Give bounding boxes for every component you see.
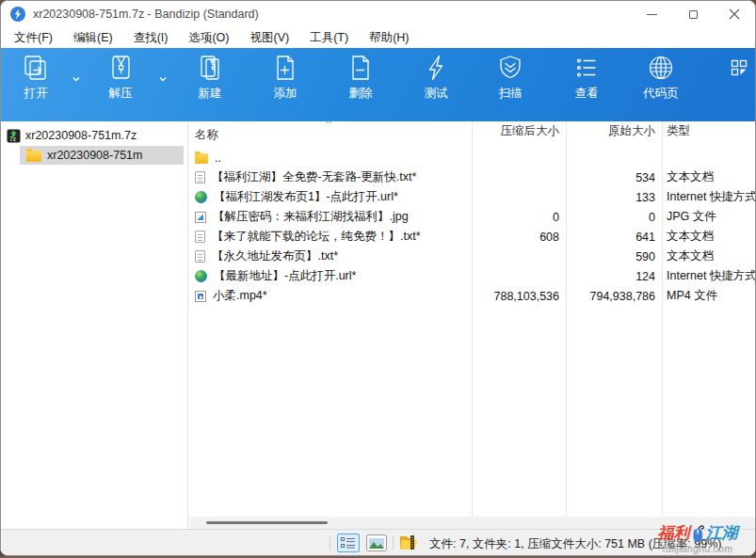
file-name: 【福利江湖】全免费-无套路-更新快.txt*: [212, 169, 416, 185]
file-name: ..: [215, 151, 221, 165]
open-button[interactable]: 打开: [8, 54, 64, 102]
window-title: xr20230908-751m.7z - Bandizip (Standard): [33, 8, 259, 21]
bandizip-window: xr20230908-751m.7z - Bandizip (Standard)…: [0, 0, 756, 556]
tree-item-label: xr20230908-751m.7z: [25, 129, 137, 142]
menu-view[interactable]: 视图(V): [243, 28, 298, 48]
menu-file[interactable]: 文件(F): [7, 28, 60, 48]
compressed-size-cell: 608: [472, 231, 566, 244]
file-type-icon: [195, 171, 205, 183]
file-type-cell: JPG 文件: [662, 209, 755, 225]
title-bar: xr20230908-751m.7z - Bandizip (Standard): [1, 1, 755, 27]
menu-options[interactable]: 选项(O): [181, 28, 236, 48]
open-dropdown-chevron-icon[interactable]: [71, 74, 82, 84]
tree-item-folder-selected[interactable]: xr20230908-751m: [20, 146, 184, 165]
horizontal-scrollbar[interactable]: [189, 517, 755, 529]
status-bar: 文件: 7, 文件夹: 1, 压缩文件大小: 751 MB (压缩率: 99%): [1, 529, 755, 555]
maximize-icon: [689, 10, 698, 19]
menu-bar: 文件(F) 编辑(E) 查找(I) 选项(O) 视图(V) 工具(T) 帮助(H…: [1, 27, 755, 48]
file-name: 【福利江湖发布页1】-点此打开.url*: [214, 189, 398, 205]
open-archive-folder-button[interactable]: [398, 534, 419, 552]
menu-edit[interactable]: 编辑(E): [66, 28, 121, 48]
file-type-icon: [195, 291, 206, 302]
view-button[interactable]: 查看: [558, 54, 615, 102]
extract-icon: [106, 54, 135, 82]
thumbnail-view-button[interactable]: [366, 534, 387, 551]
extract-button[interactable]: 解压: [92, 54, 149, 102]
file-type-cell: Internet 快捷方式: [662, 268, 755, 284]
view-icon: [572, 54, 601, 82]
view-label: 查看: [558, 86, 615, 102]
codepage-icon: [647, 54, 675, 82]
codepage-button[interactable]: 代码页: [630, 54, 692, 102]
column-header-name[interactable]: 名称: [189, 123, 472, 146]
scrollbar-thumb[interactable]: [206, 521, 328, 524]
file-type-icon: [195, 270, 207, 282]
new-archive-label: 新建: [182, 86, 238, 102]
test-label: 测试: [408, 86, 464, 102]
file-type-cell: 文本文档: [662, 248, 755, 264]
file-row[interactable]: 小柔.mp4* 788,103,536 794,938,786 MP4 文件: [189, 286, 755, 306]
new-archive-button[interactable]: 新建: [182, 54, 238, 102]
delete-icon: [346, 54, 375, 82]
compressed-size-cell: 788,103,536: [472, 290, 566, 303]
close-icon: [729, 8, 740, 20]
file-row[interactable]: 【永久地址发布页】.txt* 590 文本文档: [189, 247, 755, 266]
test-icon: [422, 54, 450, 82]
file-row[interactable]: 【解压密码：来福利江湖找福利】.jpg 0 0 JPG 文件: [189, 207, 755, 227]
scan-icon: [496, 54, 524, 82]
close-button[interactable]: [714, 1, 755, 27]
column-header-compressed-size[interactable]: 压缩后大小: [472, 123, 566, 146]
scan-label: 扫描: [482, 86, 539, 102]
file-name: 小柔.mp4*: [213, 288, 267, 304]
maximize-button[interactable]: [672, 1, 714, 27]
codepage-label: 代码页: [630, 86, 692, 102]
file-name: 【来了就能下载的论坛，纯免费！】.txt*: [212, 229, 421, 245]
delete-label: 删除: [332, 86, 389, 102]
status-text: 文件: 7, 文件夹: 1, 压缩文件大小: 751 MB (压缩率: 99%): [429, 536, 721, 552]
file-name: 【解压密码：来福利江湖找福利】.jpg: [213, 209, 409, 225]
file-type-icon: [195, 191, 207, 203]
status-separator: [330, 535, 330, 550]
add-label: 添加: [257, 86, 314, 102]
scan-button[interactable]: 扫描: [482, 54, 539, 102]
column-header-original-size[interactable]: 原始大小: [566, 123, 662, 146]
extract-dropdown-chevron-icon[interactable]: [157, 74, 169, 84]
minimize-icon: [647, 14, 657, 15]
status-separator: [393, 535, 394, 550]
new-archive-icon: [196, 54, 224, 82]
file-row[interactable]: 【福利江湖】全免费-无套路-更新快.txt* 534 文本文档: [189, 167, 755, 187]
archive-tree-sidebar: 7z xr20230908-751m.7z xr20230908-751m: [1, 121, 188, 529]
minimize-button[interactable]: [631, 1, 672, 27]
original-size-cell: 124: [566, 270, 662, 283]
file-row[interactable]: ..: [189, 148, 755, 167]
menu-tools[interactable]: 工具(T): [302, 28, 356, 48]
original-size-cell: 641: [566, 231, 662, 244]
add-button[interactable]: 添加: [257, 54, 314, 102]
file-name-cell: 【福利江湖发布页1】-点此打开.url*: [189, 189, 472, 205]
file-row[interactable]: 【来了就能下载的论坛，纯免费！】.txt* 608 641 文本文档: [189, 227, 755, 247]
menu-help[interactable]: 帮助(H): [362, 28, 416, 48]
tree-item-archive-root[interactable]: 7z xr20230908-751m.7z: [1, 126, 187, 145]
delete-button[interactable]: 删除: [332, 54, 389, 102]
column-header-type[interactable]: 类型: [662, 123, 755, 146]
menu-find[interactable]: 查找(I): [126, 28, 176, 48]
file-name: 【永久地址发布页】.txt*: [212, 248, 338, 264]
file-rows: .. 【福利江湖】全免费-无套路-更新快.txt* 534 文本文档 【福利江湖…: [189, 148, 755, 306]
add-icon: [271, 54, 299, 82]
details-view-button[interactable]: [337, 534, 360, 552]
details-view-icon: [341, 537, 356, 549]
open-archive-folder-icon: [399, 534, 418, 551]
file-row[interactable]: 【福利江湖发布页1】-点此打开.url* 133 Internet 快捷方式: [189, 187, 755, 207]
file-type-icon: [195, 250, 205, 263]
file-list-panel: ^ 名称 压缩后大小 原始大小 类型 .. 【福利江湖】全免费-无套路-更新快.…: [189, 121, 755, 517]
file-row[interactable]: 【最新地址】-点此打开.url* 124 Internet 快捷方式: [189, 266, 755, 286]
test-button[interactable]: 测试: [408, 54, 464, 102]
toolbar: 打开 解压 新建 添加: [1, 48, 755, 121]
compressed-size-cell: 0: [472, 211, 566, 224]
toolbar-layout-toggle-icon[interactable]: [731, 59, 748, 76]
original-size-cell: 133: [566, 191, 662, 204]
file-name-cell: 小柔.mp4*: [189, 288, 472, 304]
list-header: 名称 压缩后大小 原始大小 类型: [189, 123, 755, 146]
file-name-cell: 【来了就能下载的论坛，纯免费！】.txt*: [189, 229, 472, 245]
folder-icon: [26, 151, 41, 162]
